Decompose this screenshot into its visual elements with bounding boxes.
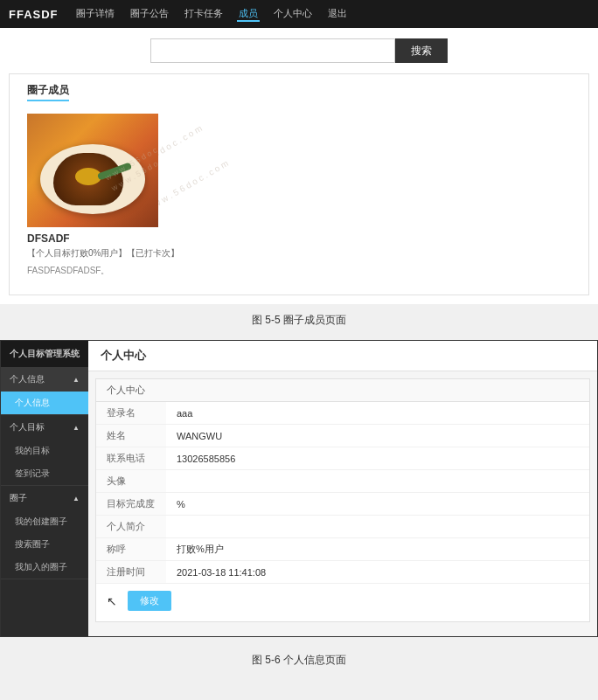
table-row: 称呼 打败%用户 — [96, 538, 589, 561]
nav-item-notice[interactable]: 圈子公告 — [129, 7, 170, 22]
search-button[interactable]: 搜索 — [395, 38, 448, 63]
sidebar-item-checkin[interactable]: 签到记录 — [1, 462, 88, 485]
field-label-completion: 目标完成度 — [96, 493, 166, 516]
field-value-regtime: 2021-03-18 11:41:08 — [166, 561, 589, 584]
table-row: 头像 — [96, 470, 589, 493]
navbar: FFASDF 圈子详情 圈子公告 打卡任务 成员 个人中心 退出 — [0, 0, 598, 28]
field-label-name: 姓名 — [96, 425, 166, 447]
search-input[interactable] — [150, 38, 395, 63]
table-row: 登录名 aaa — [96, 402, 589, 425]
sidebar-group-title-info[interactable]: 个人信息 ▲ — [1, 367, 88, 392]
chevron-up-icon: ▲ — [73, 376, 80, 384]
field-label-regtime: 注册时间 — [96, 561, 166, 584]
nav-item-logout[interactable]: 退出 — [326, 7, 349, 22]
sidebar-group-title-circle[interactable]: 圈子 ▲ — [1, 486, 88, 510]
sidebar-item-joined-circle[interactable]: 我加入的圈子 — [1, 556, 88, 579]
sidebar-group-circle: 圈子 ▲ 我的创建圈子 搜索圈子 我加入的圈子 — [1, 486, 88, 579]
nav-item-task[interactable]: 打卡任务 — [183, 7, 225, 22]
nav-items: 圈子详情 圈子公告 打卡任务 成员 个人中心 退出 — [74, 7, 349, 22]
sidebar-item-my-circle[interactable]: 我的创建圈子 — [1, 510, 88, 533]
sidebar-group-info: 个人信息 ▲ 个人信息 — [1, 367, 88, 415]
table-row: 联系电话 13026585856 — [96, 447, 589, 470]
field-value-completion: % — [166, 493, 589, 516]
nav-item-members[interactable]: 成员 — [237, 7, 260, 22]
sidebar-item-my-goal[interactable]: 我的目标 — [1, 440, 88, 462]
field-label-username: 登录名 — [96, 402, 166, 425]
search-area: 搜索 — [0, 28, 598, 73]
brand: FFASDF — [9, 8, 59, 21]
nav-item-detail[interactable]: 圈子详情 — [74, 7, 116, 22]
caption-1: 图 5-5 圈子成员页面 — [0, 304, 598, 340]
field-value-avatar — [166, 470, 589, 493]
sidebar-header: 个人目标管理系统 — [1, 341, 88, 367]
table-row: 个人简介 — [96, 516, 589, 538]
main-title: 个人中心 — [88, 341, 597, 371]
field-value-name: WANGWU — [166, 425, 589, 447]
top-section: FFASDF 圈子详情 圈子公告 打卡任务 成员 个人中心 退出 搜索 圈子成员… — [0, 0, 598, 304]
sidebar-group-label-circle: 圈子 — [10, 492, 27, 504]
table-row: 注册时间 2021-03-18 11:41:08 — [96, 561, 589, 584]
sidebar-item-search-circle[interactable]: 搜索圈子 — [1, 533, 88, 556]
member-card: w w w . 5 6 d o c . c o mw w w . 5 6 d o… — [27, 114, 184, 277]
member-name: DFSADF — [27, 232, 184, 245]
edit-button[interactable]: 修改 — [128, 591, 171, 611]
food-visual — [27, 114, 158, 227]
chevron-up-icon-circle: ▲ — [73, 495, 80, 502]
sidebar-item-personal-info[interactable]: 个人信息 — [1, 392, 88, 414]
cursor-icon: ↖ — [107, 594, 117, 608]
sidebar-group-label-goal: 个人目标 — [10, 421, 45, 433]
sidebar: 个人目标管理系统 个人信息 ▲ 个人信息 个人目标 ▲ 我的目标 签到记录 — [1, 341, 88, 636]
sidebar-group-goal: 个人目标 ▲ 我的目标 签到记录 — [1, 415, 88, 486]
member-tags: 【个人目标打败0%用户】【已打卡次】 — [27, 247, 184, 260]
table-row: 姓名 WANGWU — [96, 425, 589, 447]
nav-item-profile[interactable]: 个人中心 — [272, 7, 314, 22]
bottom-section: 个人目标管理系统 个人信息 ▲ 个人信息 个人目标 ▲ 我的目标 签到记录 — [0, 340, 598, 637]
form-section-header: 个人中心 — [96, 379, 589, 402]
field-value-bio — [166, 516, 589, 538]
info-table: 登录名 aaa 姓名 WANGWU 联系电话 13026585856 头像 — [96, 402, 589, 584]
chevron-up-icon-goal: ▲ — [73, 424, 80, 432]
form-footer: ↖ 修改 — [96, 584, 589, 621]
field-label-bio: 个人简介 — [96, 516, 166, 538]
sidebar-group-label-info: 个人信息 — [10, 373, 45, 385]
section-title: 圈子成员 — [27, 83, 69, 101]
field-label-title: 称呼 — [96, 538, 166, 561]
field-value-title: 打败%用户 — [166, 538, 589, 561]
form-section: 个人中心 登录名 aaa 姓名 WANGWU 联系电话 13026585856 — [95, 378, 590, 622]
sidebar-group-title-goal[interactable]: 个人目标 ▲ — [1, 415, 88, 440]
table-row: 目标完成度 % — [96, 493, 589, 516]
caption-2: 图 5-6 个人信息页面 — [0, 646, 598, 673]
member-desc: FASDFASDFADSF。 — [27, 265, 184, 277]
members-content: 圈子成员 w w w . 5 6 d o c . c o m w w w . 5… — [9, 73, 589, 295]
main-content: 个人中心 个人中心 登录名 aaa 姓名 WANGWU 联系电话 1302658… — [88, 341, 597, 636]
field-value-username: aaa — [166, 402, 589, 425]
admin-layout: 个人目标管理系统 个人信息 ▲ 个人信息 个人目标 ▲ 我的目标 签到记录 — [0, 340, 598, 637]
field-value-phone: 13026585856 — [166, 447, 589, 470]
member-image: w w w . 5 6 d o c . c o mw w w . 5 6 d o… — [27, 114, 158, 227]
field-label-phone: 联系电话 — [96, 447, 166, 470]
field-label-avatar: 头像 — [96, 470, 166, 493]
